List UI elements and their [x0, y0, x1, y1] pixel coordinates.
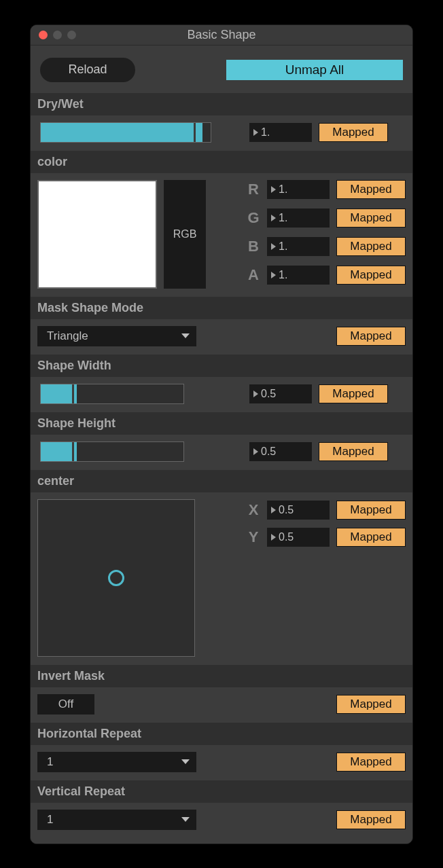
- color-b-number[interactable]: 1.: [267, 237, 330, 256]
- center-y-mapped-button[interactable]: Mapped: [336, 528, 406, 547]
- section-header-invert: Invert Mask: [31, 665, 412, 687]
- vrepeat-mapped-button[interactable]: Mapped: [336, 810, 406, 829]
- hrepeat-mapped-button[interactable]: Mapped: [336, 753, 406, 772]
- mask-mode-mapped-button[interactable]: Mapped: [336, 327, 406, 346]
- hrepeat-value: 1: [47, 755, 53, 769]
- label-y: Y: [247, 528, 260, 546]
- color-a-mapped-button[interactable]: Mapped: [336, 266, 406, 285]
- chevron-down-icon: [181, 759, 190, 764]
- vrepeat-value: 1: [47, 813, 53, 827]
- reload-button[interactable]: Reload: [40, 58, 135, 82]
- hrepeat-dropdown[interactable]: 1: [37, 752, 196, 772]
- triangle-icon: [271, 507, 276, 513]
- color-g-mapped-button[interactable]: Mapped: [336, 209, 406, 228]
- mask-mode-value: Triangle: [47, 329, 88, 343]
- triangle-icon: [271, 534, 276, 541]
- vrepeat-dropdown[interactable]: 1: [37, 810, 196, 830]
- chevron-down-icon: [181, 333, 190, 338]
- triangle-icon: [271, 243, 276, 250]
- shape-height-mapped-button[interactable]: Mapped: [319, 442, 388, 461]
- drywet-slider[interactable]: [40, 122, 211, 143]
- shape-width-slider[interactable]: [40, 384, 184, 404]
- window: Basic Shape Reload Unmap All Dry/Wet 1. …: [30, 24, 413, 844]
- xy-cursor-icon: [108, 570, 124, 586]
- color-r-number[interactable]: 1.: [267, 180, 330, 199]
- color-r-mapped-button[interactable]: Mapped: [336, 180, 406, 199]
- label-r: R: [247, 181, 260, 198]
- chevron-down-icon: [181, 817, 190, 822]
- label-g: G: [247, 209, 260, 227]
- shape-width-number[interactable]: 0.5: [249, 384, 312, 403]
- invert-mapped-button[interactable]: Mapped: [336, 695, 406, 714]
- center-y-number[interactable]: 0.5: [267, 528, 330, 547]
- section-header-vrepeat: Vertical Repeat: [31, 780, 412, 803]
- center-xy-pad[interactable]: [37, 499, 195, 657]
- zoom-icon[interactable]: [67, 31, 76, 39]
- unmap-all-button[interactable]: Unmap All: [226, 60, 403, 80]
- shape-width-mapped-button[interactable]: Mapped: [319, 384, 388, 403]
- triangle-icon: [253, 391, 258, 397]
- section-header-shapewidth: Shape Width: [31, 355, 412, 377]
- section-header-color: color: [31, 151, 412, 173]
- window-title: Basic Shape: [31, 28, 412, 42]
- color-swatch[interactable]: [37, 180, 157, 289]
- section-header-center: center: [31, 470, 412, 492]
- center-x-number[interactable]: 0.5: [267, 501, 330, 520]
- titlebar: Basic Shape: [31, 25, 412, 46]
- triangle-icon: [253, 129, 258, 136]
- triangle-icon: [271, 272, 276, 278]
- label-x: X: [247, 501, 260, 519]
- color-mode-button[interactable]: RGB: [164, 180, 206, 289]
- drywet-value: 1.: [261, 126, 270, 139]
- section-header-shapeheight: Shape Height: [31, 412, 412, 435]
- drywet-number[interactable]: 1.: [249, 123, 312, 142]
- color-a-number[interactable]: 1.: [267, 266, 330, 285]
- triangle-icon: [253, 448, 258, 455]
- triangle-icon: [271, 215, 276, 221]
- triangle-icon: [271, 186, 276, 193]
- drywet-mapped-button[interactable]: Mapped: [319, 123, 388, 142]
- toolbar: Reload Unmap All: [31, 46, 412, 93]
- color-g-number[interactable]: 1.: [267, 209, 330, 228]
- shape-height-slider[interactable]: [40, 441, 184, 462]
- mask-mode-dropdown[interactable]: Triangle: [37, 326, 196, 346]
- invert-toggle[interactable]: Off: [37, 694, 94, 715]
- section-header-maskmode: Mask Shape Mode: [31, 297, 412, 319]
- center-x-mapped-button[interactable]: Mapped: [336, 501, 406, 520]
- label-a: A: [247, 266, 260, 284]
- color-b-mapped-button[interactable]: Mapped: [336, 237, 406, 256]
- minimize-icon[interactable]: [53, 31, 62, 39]
- label-b: B: [247, 238, 260, 255]
- section-header-drywet: Dry/Wet: [31, 93, 412, 115]
- close-icon[interactable]: [39, 31, 48, 39]
- shape-height-number[interactable]: 0.5: [249, 442, 312, 461]
- section-header-hrepeat: Horizontal Repeat: [31, 723, 412, 745]
- traffic-lights: [39, 31, 76, 39]
